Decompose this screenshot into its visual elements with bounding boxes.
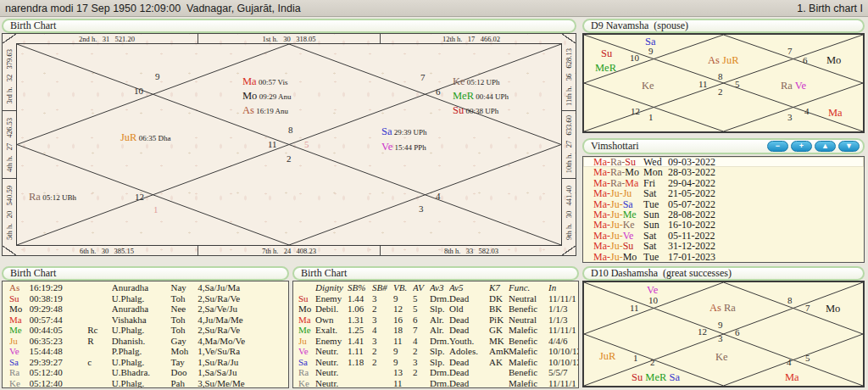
dignity-table-cell: Neutr. <box>315 367 348 378</box>
dignity-table-cell: Malefic <box>509 378 548 388</box>
planet-name: Su <box>632 371 645 383</box>
chart-page-label: 1. Birth chart I <box>797 3 863 14</box>
d9-panel-header[interactable]: D9 Navamsha (spouse) <box>582 19 865 33</box>
house-number: 2 <box>287 154 292 164</box>
house-number: 6 <box>735 328 740 337</box>
house-strip-label: 5th h. 20 540.59 <box>3 178 16 246</box>
dignity-table-cell: Benefic <box>509 336 548 347</box>
planet-table-cell: 00:38:19 <box>30 293 88 304</box>
vimshottari-panel-header[interactable]: Vimshottari −+▲▼ <box>582 138 865 154</box>
dignity-table-cell: AK <box>489 357 509 368</box>
planet-table-cell: Dhanish. <box>112 336 171 347</box>
dignity-table-cell: 10/10/12 <box>548 357 578 368</box>
dignity-table-cell: Alr. <box>430 325 449 336</box>
planet-name: Mo <box>242 90 257 102</box>
house-number: 12 <box>698 327 707 337</box>
house-strip-text: 2nd h. 31 521.20 <box>79 35 135 43</box>
planet-label: Mo 09:29 Anu <box>242 89 291 103</box>
house-strip-label: 8th h. 33 582.03 <box>380 246 562 255</box>
dignity-header-row: DignitySB%SB#VB.AVAv3Av5K7Func.In <box>298 282 578 293</box>
dasha-list[interactable]: Ma-Ra-SuWed09-03-2022Ma-Ra-MoMon28-03-20… <box>582 156 865 263</box>
house-number: 4 <box>804 107 810 116</box>
house-number: 2 <box>718 87 723 97</box>
planet-label: Ma <box>785 370 799 383</box>
dignity-table-cell: Neutr. <box>315 346 348 357</box>
dasha-date: 28-03-2022 <box>668 167 715 177</box>
house-strip-bottom: 6th h. 30 385.157th h. 24 408.238th h. 3… <box>16 246 562 255</box>
house-strip-label: 1st h. 30 318.05 <box>198 34 380 43</box>
house-strip-text: 3rd h. 32 379.63 <box>5 49 14 103</box>
dignity-table-cell: Old <box>449 304 489 315</box>
planet-degree: 00:38 UPh <box>464 107 498 115</box>
house-number: 12 <box>631 107 640 116</box>
dignity-table-cell: Dead <box>449 357 489 368</box>
dignity-table-cell: 13 <box>393 367 413 378</box>
planet-table-cell: 06:35:23 <box>30 336 88 347</box>
planet-label: JuR <box>599 349 615 362</box>
dignity-table-cell: 2 <box>372 304 393 315</box>
dignity-table-cell: Benefic <box>509 304 548 315</box>
expand-button[interactable]: + <box>791 141 812 152</box>
planet-name: Mo <box>298 304 315 315</box>
planet-table-cell: U.Phalg. <box>112 378 171 388</box>
planet-label: Mo <box>826 302 840 315</box>
dignity-table-cell: 4 <box>413 336 430 347</box>
dignity-table-cell: DK <box>489 293 509 304</box>
dasha-row[interactable]: Ma-Ju-MoTue17-01-2023 <box>583 252 864 262</box>
planet-name: Sa <box>9 357 30 368</box>
planet-name: Ra <box>298 367 315 378</box>
planet-degree: 29:39 UPh <box>392 128 427 136</box>
house-number: 4 <box>787 358 792 367</box>
house-number: 9 <box>648 47 654 56</box>
house-number: 5 <box>735 80 740 89</box>
dignity-header-cell: Av3 <box>430 282 449 293</box>
planet-label: Ma <box>828 106 843 119</box>
planet-label: Ma 00:57 Vis <box>242 75 287 88</box>
dignity-table-cell: Enemy <box>315 336 348 347</box>
planet-name: Ma <box>785 371 799 383</box>
planet-table-panel-header[interactable]: Birth Chart <box>2 266 289 281</box>
dignity-table-panel-header[interactable]: Birth Chart <box>292 266 579 281</box>
d9-panel: D9 Navamsha (spouse) 109768112512134SaSu… <box>582 19 865 133</box>
dignity-table-cell: Neutr. <box>315 357 348 368</box>
dignity-table-cell: 9 <box>393 293 413 304</box>
dignity-table-cell: BK <box>489 304 509 315</box>
planet-table-cell <box>87 367 112 378</box>
chart-lines <box>584 282 863 386</box>
d10-panel-header[interactable]: D10 Dashamsha (great successes) <box>582 266 865 281</box>
house-number: 7 <box>787 47 793 56</box>
planet-table-cell: Pah <box>170 378 198 388</box>
dignity-table-cell <box>348 378 372 388</box>
planet-table-row: Sa29:39:27cU.Phalg.Tay1,Su/Ra/Ju <box>9 357 289 368</box>
planet-name: Ra <box>781 80 795 92</box>
dignity-header-cell: Func. <box>509 282 548 293</box>
chart-lines <box>584 35 863 131</box>
dasha-date: 16-10-2022 <box>668 220 715 230</box>
birth-chart-panel-header[interactable]: Birth Chart <box>2 19 576 33</box>
birth-data-text: narendra modi 17 Sep 1950 12:09:00 Vadna… <box>5 3 301 14</box>
rasi-chart[interactable]: 910768115212143Ma 00:57 VisMo 09:29 AnuA… <box>16 43 562 246</box>
dignity-table-cell: Alr. <box>430 315 449 326</box>
planet-name: JuR <box>722 54 738 66</box>
d9-chart[interactable]: 109768112512134SaSuMeRAs JuRMoKeRa VeMa <box>582 33 865 133</box>
house-number: 4 <box>436 192 441 201</box>
dignity-table-cell: Dead <box>449 378 489 388</box>
planet-label: Su 00:38 UPh <box>453 103 498 117</box>
planet-name: Ma <box>828 107 843 119</box>
planet-table-cell: 3,Su/Me/Me <box>198 378 289 388</box>
dignity-header-cell: In <box>548 282 578 293</box>
dasha-weekday: Mon <box>643 167 663 177</box>
house-number: 12 <box>135 192 144 202</box>
planet-label: Su <box>601 47 612 59</box>
planet-degree: 16:19 Anu <box>254 107 288 115</box>
collapse-button[interactable]: − <box>767 141 788 152</box>
planet-table-cell: 4,Ma/Mo/Ve <box>198 336 289 347</box>
scroll-down-button[interactable]: ▼ <box>838 141 860 152</box>
house-number: 7 <box>805 304 810 313</box>
d10-chart[interactable]: 111087129361245VeAs RaMoJuRSu MeR SaKeMa <box>582 281 865 387</box>
dignity-table-cell: 5/5/7 <box>548 367 578 378</box>
scroll-up-button[interactable]: ▲ <box>815 141 836 152</box>
dignity-table-cell: Adoles. <box>449 346 489 357</box>
planet-name: Su <box>9 293 30 304</box>
dignity-header-cell: VB. <box>393 282 413 293</box>
